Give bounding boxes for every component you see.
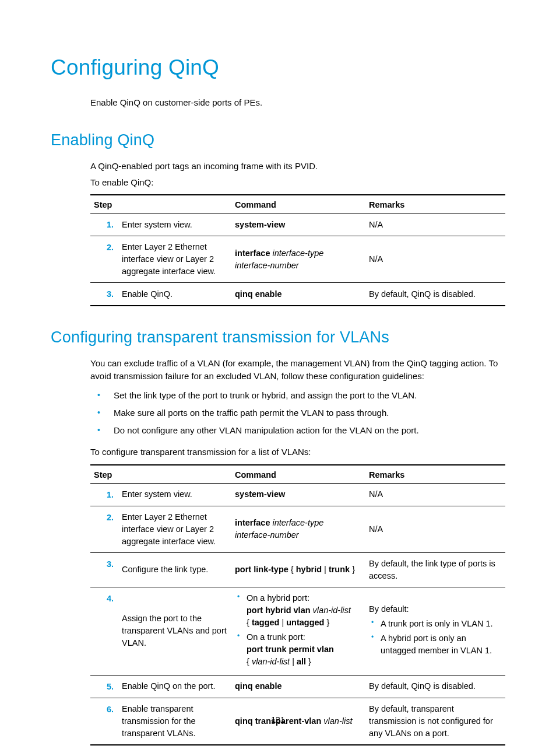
table-row: 4. Assign the port to the transparent VL… bbox=[90, 587, 505, 675]
command-text: interface interface-type interface-numbe… bbox=[231, 506, 365, 552]
table-header-row: Step Command Remarks bbox=[90, 465, 505, 484]
cmd-bold: port trunk permit vlan bbox=[247, 645, 334, 654]
list-item: Set the link type of the port to trunk o… bbox=[90, 388, 505, 402]
cmd-text: } bbox=[350, 565, 355, 574]
step-text: Enable QinQ. bbox=[118, 283, 231, 306]
remarks-lead: By default: bbox=[369, 604, 409, 614]
cmd-text: { bbox=[247, 657, 252, 666]
step-text: Enter Layer 2 Ethernet interface view or… bbox=[118, 506, 231, 552]
cmd-bold: qinq enable bbox=[235, 289, 282, 299]
cmd-text: On a trunk port: bbox=[247, 632, 305, 642]
inner-list: On a hybrid port: port hybrid vlan vlan-… bbox=[235, 592, 362, 668]
intro-paragraph: Enable QinQ on customer-side ports of PE… bbox=[51, 96, 505, 109]
paragraph: To configure transparent transmission fo… bbox=[51, 446, 505, 459]
cmd-text: On a hybrid port: bbox=[247, 593, 309, 603]
step-number: 1. bbox=[90, 483, 118, 506]
command-text: system-view bbox=[231, 483, 365, 506]
command-text: interface interface-type interface-numbe… bbox=[231, 236, 365, 283]
step-text: Enter Layer 2 Ethernet interface view or… bbox=[118, 236, 231, 283]
cmd-bold: interface bbox=[235, 518, 270, 527]
step-number: 5. bbox=[90, 675, 118, 698]
remarks-text: N/A bbox=[365, 483, 505, 506]
cmd-bold: system-view bbox=[235, 220, 285, 229]
step-text: Enter system view. bbox=[118, 214, 231, 236]
remarks-text: By default, QinQ is disabled. bbox=[365, 675, 505, 698]
table-transparent-vlans: Step Command Remarks 1. Enter system vie… bbox=[90, 464, 505, 746]
th-remarks: Remarks bbox=[365, 465, 505, 484]
page-number: 131 bbox=[0, 715, 556, 724]
table-row: 1. Enter system view. system-view N/A bbox=[90, 483, 505, 506]
cmd-bold: untagged bbox=[286, 618, 324, 627]
cmd-ital: vlan-id-list bbox=[252, 657, 290, 666]
paragraph: You can exclude traffic of a VLAN (for e… bbox=[51, 357, 505, 383]
cmd-text: { bbox=[288, 565, 296, 574]
step-number: 1. bbox=[90, 214, 118, 236]
bullet-list: Set the link type of the port to trunk o… bbox=[51, 388, 505, 438]
cmd-text: } bbox=[324, 618, 329, 627]
table-enable-qinq: Step Command Remarks 1. Enter system vie… bbox=[90, 194, 505, 306]
cmd-ital: interface-number bbox=[235, 530, 299, 540]
cmd-bold: qinq enable bbox=[235, 681, 282, 691]
cmd-text: | bbox=[290, 657, 297, 666]
list-item: A hybrid port is only an untagged member… bbox=[369, 632, 502, 657]
step-text: Assign the port to the transparent VLANs… bbox=[118, 587, 231, 675]
heading-transparent-vlans: Configuring transparent transmission for… bbox=[51, 328, 505, 346]
remarks-text: N/A bbox=[365, 506, 505, 552]
command-text: port link-type { hybrid | trunk } bbox=[231, 552, 365, 587]
step-text: Enter system view. bbox=[118, 483, 231, 506]
table-row: 3. Configure the link type. port link-ty… bbox=[90, 552, 505, 587]
cmd-text: | bbox=[322, 565, 329, 574]
th-step: Step bbox=[90, 195, 231, 214]
cmd-text: } bbox=[306, 657, 311, 666]
cmd-bold: trunk bbox=[329, 565, 350, 574]
remarks-text: By default, QinQ is disabled. bbox=[365, 283, 505, 306]
heading-enabling-qinq: Enabling QinQ bbox=[51, 131, 505, 149]
cmd-bold: port link-type bbox=[235, 565, 288, 574]
step-number: 2. bbox=[90, 236, 118, 283]
remarks-text: By default: A trunk port is only in VLAN… bbox=[365, 587, 505, 675]
cmd-bold: system-view bbox=[235, 489, 285, 499]
step-text: Configure the link type. bbox=[118, 552, 231, 587]
page: Configuring QinQ Enable QinQ on customer… bbox=[0, 0, 556, 746]
paragraph: A QinQ-enabled port tags an incoming fra… bbox=[51, 160, 505, 173]
th-remarks: Remarks bbox=[365, 195, 505, 214]
step-number: 2. bbox=[90, 506, 118, 552]
cmd-ital: vlan-id-list bbox=[313, 606, 351, 615]
table-row: 2. Enter Layer 2 Ethernet interface view… bbox=[90, 506, 505, 552]
cmd-bold: interface bbox=[235, 249, 270, 258]
cmd-bold: tagged bbox=[252, 618, 280, 627]
table-row: 2. Enter Layer 2 Ethernet interface view… bbox=[90, 236, 505, 283]
table-row: 1. Enter system view. system-view N/A bbox=[90, 214, 505, 236]
list-item: On a hybrid port: port hybrid vlan vlan-… bbox=[235, 592, 362, 629]
th-command: Command bbox=[231, 465, 365, 484]
cmd-bold: hybrid bbox=[296, 565, 322, 574]
list-item: Make sure all ports on the traffic path … bbox=[90, 406, 505, 420]
cmd-ital: interface-type bbox=[272, 249, 323, 258]
command-text: system-view bbox=[231, 214, 365, 236]
list-item: On a trunk port: port trunk permit vlan … bbox=[235, 631, 362, 668]
step-number: 3. bbox=[90, 552, 118, 587]
step-text: Enable QinQ on the port. bbox=[118, 675, 231, 698]
th-step: Step bbox=[90, 465, 231, 484]
table-row: 3. Enable QinQ. qinq enable By default, … bbox=[90, 283, 505, 306]
cmd-text: | bbox=[279, 618, 286, 627]
table-row: 5. Enable QinQ on the port. qinq enable … bbox=[90, 675, 505, 698]
command-text: qinq enable bbox=[231, 675, 365, 698]
paragraph: To enable QinQ: bbox=[51, 176, 505, 189]
step-number: 3. bbox=[90, 283, 118, 306]
cmd-text: { bbox=[247, 618, 252, 627]
table-header-row: Step Command Remarks bbox=[90, 195, 505, 214]
step-number: 4. bbox=[90, 587, 118, 675]
cmd-ital: interface-type bbox=[272, 518, 323, 527]
remarks-text: N/A bbox=[365, 214, 505, 236]
remarks-text: N/A bbox=[365, 236, 505, 283]
cmd-bold: port hybrid vlan bbox=[247, 606, 311, 615]
list-item: Do not configure any other VLAN manipula… bbox=[90, 424, 505, 438]
cmd-ital: interface-number bbox=[235, 261, 299, 270]
heading-configuring-qinq: Configuring QinQ bbox=[51, 55, 505, 80]
command-text: On a hybrid port: port hybrid vlan vlan-… bbox=[231, 587, 365, 675]
cmd-bold: all bbox=[297, 657, 306, 666]
remarks-text: By default, the link type of ports is ac… bbox=[365, 552, 505, 587]
inner-list: A trunk port is only in VLAN 1. A hybrid… bbox=[369, 618, 502, 657]
th-command: Command bbox=[231, 195, 365, 214]
